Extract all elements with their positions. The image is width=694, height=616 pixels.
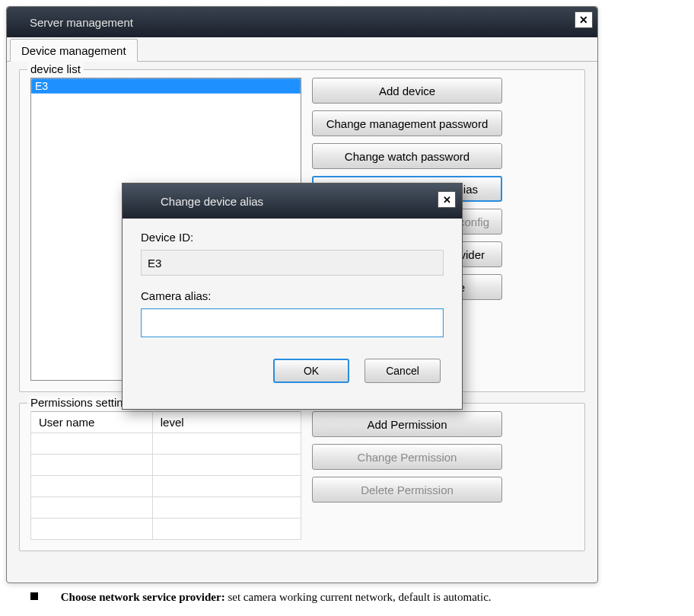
permissions-table: User name level [30,411,301,540]
change-device-alias-dialog: Change device alias ✕ Device ID: Camera … [122,183,463,410]
modal-button-row: OK Cancel [141,359,444,383]
device-id-field [141,250,444,276]
main-close-button[interactable]: ✕ [575,11,593,28]
table-cell[interactable] [152,455,301,476]
footnote-rest: set camera working current network, defa… [225,591,492,603]
device-list-item[interactable]: E3 [31,78,301,94]
change-permission-button[interactable]: Change Permission [312,444,502,470]
tab-strip: Device management [7,37,597,62]
modal-titlebar: Change device alias ✕ [123,184,462,219]
main-titlebar: Server management ✕ [7,7,597,37]
device-id-label: Device ID: [141,231,444,244]
camera-alias-label: Camera alias: [141,289,444,302]
ok-button[interactable]: OK [273,359,349,383]
permissions-col-level[interactable]: level [152,412,301,433]
permission-buttons-column: Add Permission Change Permission Delete … [312,411,502,503]
modal-close-button[interactable]: ✕ [438,191,456,208]
table-cell[interactable] [31,455,153,476]
device-list-label: device list [27,62,84,75]
modal-body: Device ID: Camera alias: OK Cancel [123,219,462,391]
close-icon: ✕ [579,14,588,26]
table-cell[interactable] [152,476,301,497]
table-cell[interactable] [152,519,301,540]
footnote-bold: Choose network service provider: [61,591,225,603]
camera-alias-input[interactable] [141,308,444,337]
table-cell[interactable] [31,476,153,497]
close-icon: ✕ [443,194,451,206]
delete-permission-button[interactable]: Delete Permission [312,477,502,503]
table-cell[interactable] [152,497,301,519]
table-cell[interactable] [31,497,153,519]
add-permission-button[interactable]: Add Permission [312,411,502,437]
cancel-button[interactable]: Cancel [365,359,441,383]
tab-device-management[interactable]: Device management [10,39,138,62]
bullet-icon [30,592,38,600]
change-management-password-button[interactable]: Change management password [312,110,502,136]
footnote: Choose network service provider: set cam… [30,591,692,604]
permissions-group: Permissions setting User name level Add … [19,403,585,551]
table-cell[interactable] [31,519,153,540]
permissions-label: Permissions setting [27,396,132,409]
permissions-col-user[interactable]: User name [31,412,153,433]
change-watch-password-button[interactable]: Change watch password [312,143,502,169]
modal-title: Change device alias [161,195,263,208]
table-cell[interactable] [31,433,153,455]
main-window-title: Server management [30,16,133,29]
add-device-button[interactable]: Add device [312,78,502,104]
table-cell[interactable] [152,433,301,455]
